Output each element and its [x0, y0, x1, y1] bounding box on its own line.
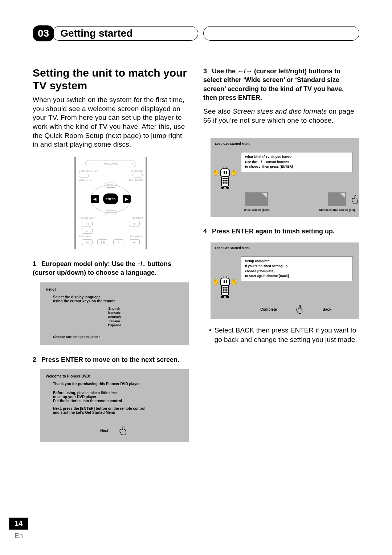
option-label: Standard size screen (4:3)	[319, 208, 355, 212]
screen-text: Select the display language	[53, 295, 183, 299]
screen-text: Put the batteries into the remote contro…	[53, 399, 183, 403]
page-footer: 14 En	[9, 518, 28, 540]
chapter-number: 03	[33, 25, 54, 41]
transport-button: ❚❚	[97, 239, 108, 245]
chapter-title: Getting started	[52, 26, 198, 41]
language-screen: Hello! Select the display language using…	[40, 282, 189, 345]
language-option: Deutsch	[46, 315, 183, 319]
volume-minus-icon: −	[88, 162, 90, 166]
screen-text: using the cursor keys on the remote	[53, 299, 183, 303]
dvd-setup-label: DVD SETUP	[79, 179, 93, 181]
header-spacer-pill	[203, 26, 359, 41]
robot-icon: ✋ ✋	[215, 278, 235, 298]
volume-plus-icon: +	[132, 162, 134, 166]
return-label: RETURN	[132, 217, 143, 219]
standard-tv-icon	[328, 192, 346, 206]
screen-title: Let's Get Started Menu	[215, 142, 355, 146]
page-number: 14	[9, 518, 28, 530]
step-4-heading: 4Press ENTER again to finish setting up.	[203, 227, 359, 236]
language-option: Español	[46, 323, 183, 328]
step-number: 1	[33, 260, 36, 268]
step-1-heading: 1European model only: Use the ↑/↓ button…	[33, 260, 189, 277]
screen-title: Welcome to Pioneer DVD!	[46, 374, 183, 378]
screen-text: to setup your DVD player	[53, 395, 183, 399]
arrow-right-icon: ▶	[123, 195, 131, 203]
welcome-screen: Welcome to Pioneer DVD! Thank you for pu…	[40, 369, 189, 442]
screen-text: Next, press the [ENTER] button on the re…	[53, 407, 183, 411]
step-number: 4	[203, 227, 207, 236]
option-label: Back	[323, 307, 331, 311]
option-label: Wide screen (16:9)	[244, 208, 270, 212]
language-option: English	[46, 307, 183, 311]
right-column: 3Use the ←/→ (cursor left/right) buttons…	[203, 67, 359, 446]
screen-title: Let's Get Started Menu	[215, 246, 355, 250]
remote-diagram: − VOLUME + SYSTEM SETUP TOP MENU DVD SET…	[33, 157, 189, 249]
system-setup-label: SYSTEM SETUP	[79, 170, 98, 172]
step-number: 2	[33, 355, 36, 364]
pointing-hand-icon	[118, 425, 128, 436]
screen-text: Before using, please take a little time	[53, 391, 183, 395]
transport-button: ◂◂	[82, 239, 93, 245]
screen-footnote: Choose one then press	[53, 335, 89, 339]
step-2-heading: 2Press ENTER to move on to the next scre…	[33, 355, 189, 364]
tv-type-screen: Let's Get Started Menu What kind of TV d…	[211, 138, 359, 217]
language-code: En	[9, 532, 28, 540]
next-button-label: Next	[100, 429, 108, 433]
step-3-heading: 3Use the ←/→ (cursor left/right) buttons…	[203, 67, 359, 102]
pointing-hand-icon	[351, 195, 360, 204]
waving-hand-icon: ✋	[212, 169, 220, 176]
arrow-left-icon: ◀	[91, 195, 99, 203]
screen-text: and start the Let's Get Started Menu	[53, 411, 183, 415]
enter-button: ENTER	[103, 193, 118, 204]
button-outline	[132, 173, 143, 178]
button-outline	[79, 173, 89, 178]
transport-button: ◂◂	[82, 221, 93, 227]
folder-minus-label: FOLDER −	[79, 235, 91, 238]
waving-hand-icon: ✋	[212, 278, 220, 285]
transport-button: ▸▸	[129, 221, 140, 227]
language-option: Italiano	[46, 319, 183, 324]
folder-plus-label: FOLDER +	[130, 235, 143, 238]
waving-hand-icon: ✋	[230, 278, 238, 285]
transport-button: ▸▸	[129, 239, 140, 245]
option-label: Complete	[260, 307, 277, 311]
top-menu-label: TOP MENU	[129, 170, 143, 172]
enter-key-box: Enter	[90, 335, 101, 339]
waving-hand-icon: ✋	[230, 169, 238, 176]
screen-text: Thank you for purchasing this Pioneer DV…	[53, 382, 183, 386]
intro-paragraph: When you switch on the system for the fi…	[33, 95, 189, 149]
step-3-note: See also Screen sizes and disc formats o…	[203, 107, 359, 125]
left-column: Setting the unit to match your TV system…	[33, 67, 189, 446]
section-heading: Setting the unit to match your TV system	[33, 67, 189, 92]
setup-complete-screen: Let's Get Started Menu Setup complete If…	[211, 242, 359, 319]
robot-icon: ✋ ✋	[215, 168, 235, 189]
bullet-note: • Select BACK then press ENTER if you wa…	[203, 326, 359, 344]
widescreen-tv-icon	[245, 192, 268, 206]
chapter-header: 03 Getting started	[33, 25, 359, 41]
dvd-menu-label: DVD MENU	[129, 179, 143, 181]
screen-title: Hello!	[46, 287, 183, 291]
tune-minus-button: TUNE −	[105, 210, 117, 215]
transport-button: ▸	[82, 228, 93, 234]
transport-button: ■	[113, 239, 124, 245]
step-number: 3	[203, 67, 207, 76]
pointing-hand-icon	[295, 305, 305, 314]
volume-label: VOLUME	[104, 162, 118, 166]
sound-mode-label: SOUND MODE	[79, 217, 96, 219]
language-option: français	[46, 311, 183, 315]
